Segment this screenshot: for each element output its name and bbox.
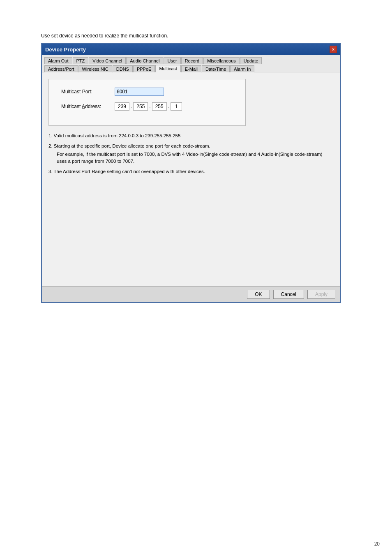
multicast-port-row: Multicast Port: bbox=[61, 88, 233, 96]
page-number: 20 bbox=[374, 541, 380, 547]
tab-address-port[interactable]: Address/Port bbox=[44, 65, 78, 72]
ip-seg-4[interactable] bbox=[171, 102, 182, 111]
tab-wireless-nic[interactable]: Wireless NIC bbox=[78, 65, 112, 72]
ip-seg-3[interactable] bbox=[152, 102, 167, 111]
tab-alarm-out[interactable]: Alarm Out bbox=[44, 57, 72, 64]
tab-multicast[interactable]: Multicast bbox=[155, 65, 180, 72]
info-text-2: 2. Starting at the specific port, Device… bbox=[48, 143, 210, 148]
tab-ddns[interactable]: DDNS bbox=[113, 65, 133, 72]
info-text-3: 3. The Address:Port-Range setting can't … bbox=[48, 169, 205, 174]
multicast-port-input[interactable] bbox=[115, 88, 164, 96]
ip-dot-1: . bbox=[131, 104, 132, 109]
info-text-1: 1. Valid multicast address is from 224.0… bbox=[48, 133, 180, 138]
ip-dot-2: . bbox=[149, 104, 150, 109]
multicast-port-label: Multicast Port: bbox=[61, 89, 115, 95]
tab-email[interactable]: E-Mail bbox=[181, 65, 201, 72]
tab-video-channel[interactable]: Video Channel bbox=[89, 57, 126, 64]
info-sub-2: For example, if the multicast port is se… bbox=[57, 151, 334, 165]
tab-row-2: Address/Port Wireless NIC DDNS PPPoE Mul… bbox=[44, 65, 338, 72]
intro-text: Use set device as needed to realize the … bbox=[41, 33, 351, 39]
apply-button[interactable]: Apply bbox=[307, 290, 335, 299]
cancel-button[interactable]: Cancel bbox=[273, 290, 304, 299]
tab-update[interactable]: Update bbox=[240, 57, 262, 64]
multicast-address-input-group: . . . bbox=[115, 102, 182, 111]
tab-miscellaneous[interactable]: Miscellaneous bbox=[203, 57, 240, 64]
tab-user[interactable]: User bbox=[164, 57, 180, 64]
ok-button[interactable]: OK bbox=[247, 290, 270, 299]
tab-alarm-in[interactable]: Alarm In bbox=[230, 65, 254, 72]
tab-ptz[interactable]: PTZ bbox=[73, 57, 89, 64]
tab-row-1: Alarm Out PTZ Video Channel Audio Channe… bbox=[44, 57, 338, 64]
ip-dot-3: . bbox=[168, 104, 169, 109]
device-property-dialog: Device Property × Alarm Out PTZ Video Ch… bbox=[41, 43, 341, 303]
dialog-titlebar: Device Property × bbox=[42, 44, 340, 55]
dialog-close-button[interactable]: × bbox=[330, 46, 337, 53]
button-bar: OK Cancel Apply bbox=[42, 286, 340, 302]
info-item-3: 3. The Address:Port-Range setting can't … bbox=[48, 168, 334, 175]
tab-pppoe[interactable]: PPPoE bbox=[133, 65, 155, 72]
multicast-address-row: Multicast Address: . . . bbox=[61, 102, 233, 111]
tab-datetime[interactable]: Date/Time bbox=[202, 65, 230, 72]
info-section: 1. Valid multicast address is from 224.0… bbox=[48, 132, 334, 175]
multicast-settings-panel: Multicast Port: Multicast Address: . . bbox=[48, 79, 246, 126]
tab-record[interactable]: Record bbox=[181, 57, 203, 64]
ip-seg-2[interactable] bbox=[133, 102, 148, 111]
dialog-title: Device Property bbox=[45, 46, 86, 53]
info-item-1: 1. Valid multicast address is from 224.0… bbox=[48, 132, 334, 139]
tab-area: Alarm Out PTZ Video Channel Audio Channe… bbox=[42, 55, 340, 72]
info-item-2: 2. Starting at the specific port, Device… bbox=[48, 143, 334, 165]
ip-seg-1[interactable] bbox=[115, 102, 129, 111]
dialog-content: Multicast Port: Multicast Address: . . bbox=[42, 72, 340, 286]
multicast-address-label: Multicast Address: bbox=[61, 104, 115, 109]
tab-audio-channel[interactable]: Audio Channel bbox=[126, 57, 163, 64]
